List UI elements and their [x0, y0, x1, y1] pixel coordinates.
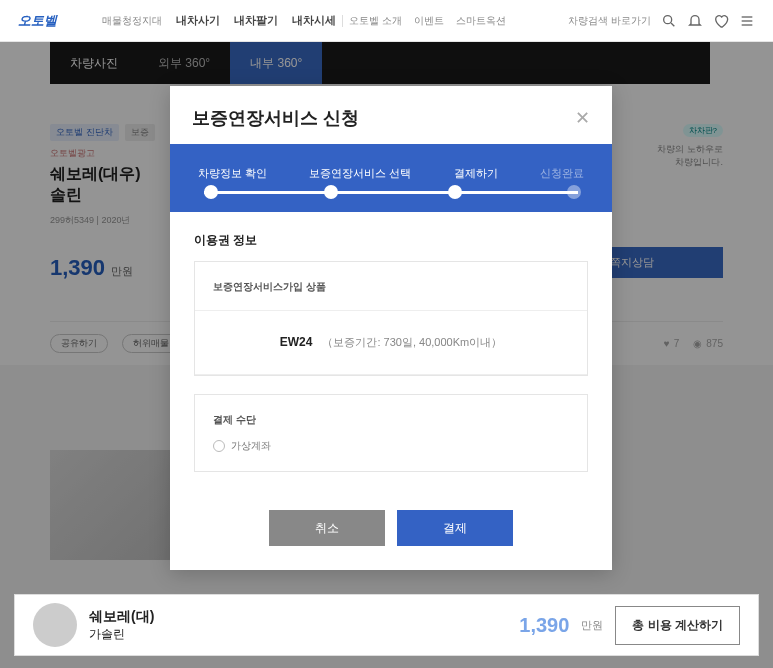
step-dot-1	[204, 185, 218, 199]
header-right-group: 차량검색 바로가기	[568, 13, 755, 29]
sticky-purchase-bar: 쉐보레(대) 가솔린 1,390 만원 총 비용 계산하기	[14, 594, 759, 656]
step-dot-4	[567, 185, 581, 199]
payment-option-virtual-account[interactable]: 가상계좌	[213, 439, 569, 453]
sticky-price-unit: 만원	[581, 618, 603, 633]
secondary-nav: 오토벨 소개 이벤트 스마트옥션	[349, 14, 506, 28]
step-2-label: 보증연장서비스 선택	[309, 166, 411, 181]
search-icon[interactable]	[661, 13, 677, 29]
product-card: 보증연장서비스가입 상품 EW24 （보증기간: 730일, 40,000Km이…	[194, 261, 588, 376]
product-label: 보증연장서비스가입 상품	[213, 280, 569, 294]
step-1-label: 차량정보 확인	[198, 166, 267, 181]
nav-divider	[342, 15, 343, 27]
nav-buy[interactable]: 내차사기	[176, 13, 220, 28]
search-shortcut-text[interactable]: 차량검색 바로가기	[568, 14, 651, 28]
step-dot-3	[448, 185, 462, 199]
nav-event[interactable]: 이벤트	[414, 14, 444, 28]
global-header: 오토벨 매물청정지대 내차사기 내차팔기 내차시세 오토벨 소개 이벤트 스마트…	[0, 0, 773, 42]
sticky-price: 1,390	[519, 614, 569, 637]
ticket-info-title: 이용권 정보	[194, 232, 588, 249]
svg-line-1	[671, 23, 674, 26]
warranty-extension-modal: 보증연장서비스 신청 ✕ 차량정보 확인 보증연장서비스 선택 결제하기 신청완…	[170, 86, 612, 570]
nav-auction[interactable]: 스마트옥션	[456, 14, 506, 28]
payment-label: 결제 수단	[213, 413, 569, 427]
bell-icon[interactable]	[687, 13, 703, 29]
cancel-button[interactable]: 취소	[269, 510, 385, 546]
close-icon[interactable]: ✕	[575, 107, 590, 129]
step-4-label: 신청완료	[540, 166, 584, 181]
step-3-label: 결제하기	[454, 166, 498, 181]
vehicle-thumbnail	[33, 603, 77, 647]
tagline-text: 매물청정지대	[102, 14, 162, 28]
nav-price[interactable]: 내차시세	[292, 13, 336, 28]
product-detail: （보증기간: 730일, 40,000Km이내）	[322, 336, 502, 348]
product-name: EW24	[280, 335, 313, 349]
nav-sell[interactable]: 내차팔기	[234, 13, 278, 28]
heart-icon[interactable]	[713, 13, 729, 29]
sticky-subtitle: 가솔린	[89, 626, 154, 643]
total-cost-button[interactable]: 총 비용 계산하기	[615, 606, 740, 645]
modal-title: 보증연장서비스 신청	[192, 106, 359, 130]
payment-card: 결제 수단 가상계좌	[194, 394, 588, 472]
pay-button[interactable]: 결제	[397, 510, 513, 546]
sticky-title: 쉐보레(대)	[89, 608, 154, 626]
primary-nav: 내차사기 내차팔기 내차시세	[176, 13, 336, 28]
payment-option-label: 가상계좌	[231, 439, 271, 453]
step-dot-2	[324, 185, 338, 199]
step-indicator: 차량정보 확인 보증연장서비스 선택 결제하기 신청완료	[170, 144, 612, 212]
radio-icon	[213, 440, 225, 452]
site-logo[interactable]: 오토벨	[18, 10, 88, 32]
nav-about[interactable]: 오토벨 소개	[349, 14, 402, 28]
svg-point-0	[664, 15, 672, 23]
menu-icon[interactable]	[739, 13, 755, 29]
